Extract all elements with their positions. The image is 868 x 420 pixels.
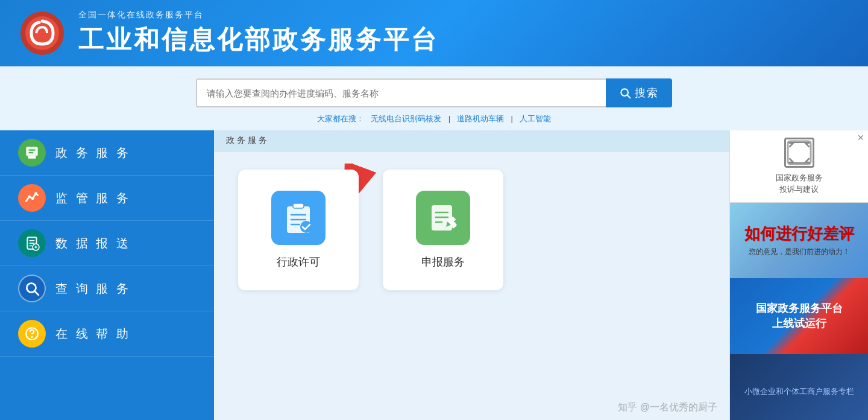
sidebar-item-bangzhu[interactable]: 在 线 帮 助 — [0, 311, 214, 357]
bangzhu-icon — [18, 320, 46, 348]
main-content: 政 务 服 务 监 管 服 务 — [0, 130, 868, 420]
search-button[interactable]: 搜索 — [606, 78, 672, 107]
svg-line-19 — [35, 291, 39, 295]
ad-item-2[interactable]: 国家政务服务平台 上线试运行 — [730, 278, 868, 354]
right-panel-complaints[interactable]: 国家政务服务 投诉与建议 ✕ — [730, 130, 868, 203]
sidebar-item-jianguan-label: 监 管 服 务 — [55, 190, 131, 206]
right-panel-label: 国家政务服务 投诉与建议 — [776, 173, 823, 194]
sidebar: 政 务 服 务 监 管 服 务 — [0, 130, 214, 420]
svg-point-9 — [31, 197, 34, 200]
sidebar-item-zhengwu-label: 政 务 服 务 — [55, 145, 131, 161]
right-panel: 国家政务服务 投诉与建议 ✕ 如何进行好差评 您的意见，是我们前进的动力！ 国家… — [729, 130, 868, 420]
sidebar-item-shuju[interactable]: 数 据 报 送 — [0, 221, 214, 266]
search-input[interactable] — [196, 78, 606, 107]
svg-point-8 — [28, 196, 31, 198]
shenbao-card-icon — [416, 191, 470, 245]
service-card-shenbao[interactable]: 申报服务 — [383, 170, 503, 290]
right-ads: 如何进行好差评 您的意见，是我们前进的动力！ 国家政务服务平台 上线试运行 小微… — [730, 203, 868, 420]
sidebar-item-shuju-label: 数 据 报 送 — [55, 235, 131, 252]
sidebar-item-jianguan[interactable]: 监 管 服 务 — [0, 176, 214, 221]
header-title-area: 全国一体化在线政务服务平台 工业和信息化部政务服务平台 — [78, 10, 439, 57]
search-bar-row: 搜索 — [0, 78, 868, 107]
expand-icon — [784, 138, 814, 168]
ad1-main-text: 如何进行好差评 — [744, 224, 854, 244]
sidebar-item-zhengwu[interactable]: 政 务 服 务 — [0, 130, 214, 176]
logo — [18, 9, 66, 57]
jianguan-icon — [18, 184, 46, 212]
ad3-text: 小微企业和个体工商户服务专栏 — [744, 386, 854, 397]
service-card-xingzheng[interactable]: 行政许可 — [238, 170, 359, 290]
shuju-icon — [18, 229, 46, 257]
sidebar-item-chaxun-label: 查 询 服 务 — [55, 281, 131, 297]
xingzheng-label: 行政许可 — [277, 255, 320, 269]
header-main-title: 工业和信息化部政务服务平台 — [78, 23, 439, 57]
xingzheng-card-icon — [271, 191, 326, 245]
search-button-label: 搜索 — [635, 86, 659, 100]
search-area: 搜索 大家都在搜： 无线电台识别码核发 | 道路机动车辆 | 人工智能 — [0, 66, 868, 130]
search-hints: 大家都在搜： 无线电台识别码核发 | 道路机动车辆 | 人工智能 — [0, 113, 868, 124]
header-subtitle: 全国一体化在线政务服务平台 — [78, 10, 439, 21]
close-button[interactable]: ✕ — [857, 133, 864, 142]
svg-point-21 — [31, 336, 33, 338]
svg-rect-4 — [26, 147, 38, 156]
zhengwu-icon — [18, 139, 46, 167]
shenbao-label: 申报服务 — [421, 255, 465, 269]
content-grid: 行政许可 — [214, 151, 729, 308]
sidebar-item-chaxun[interactable]: 查 询 服 务 — [0, 266, 214, 311]
svg-point-10 — [34, 192, 37, 194]
sidebar-item-bangzhu-label: 在 线 帮 助 — [55, 326, 131, 342]
page-header: 全国一体化在线政务服务平台 工业和信息化部政务服务平台 — [0, 0, 868, 66]
ad1-sub-text: 您的意见，是我们前进的动力！ — [744, 247, 854, 257]
watermark: 知乎 @一名优秀的厨子 — [618, 401, 717, 414]
ad-item-1[interactable]: 如何进行好差评 您的意见，是我们前进的动力！ — [730, 203, 868, 278]
svg-line-3 — [627, 95, 631, 98]
svg-rect-24 — [293, 203, 304, 208]
search-icon — [619, 87, 631, 99]
content-area: 政 务 服 务 — [214, 130, 729, 420]
breadcrumb: 政 务 服 务 — [214, 130, 729, 151]
ad2-text: 国家政务服务平台 上线试运行 — [756, 301, 843, 331]
chaxun-icon — [18, 275, 46, 302]
svg-rect-7 — [28, 156, 36, 158]
ad-item-3[interactable]: 小微企业和个体工商户服务专栏 — [730, 354, 868, 420]
